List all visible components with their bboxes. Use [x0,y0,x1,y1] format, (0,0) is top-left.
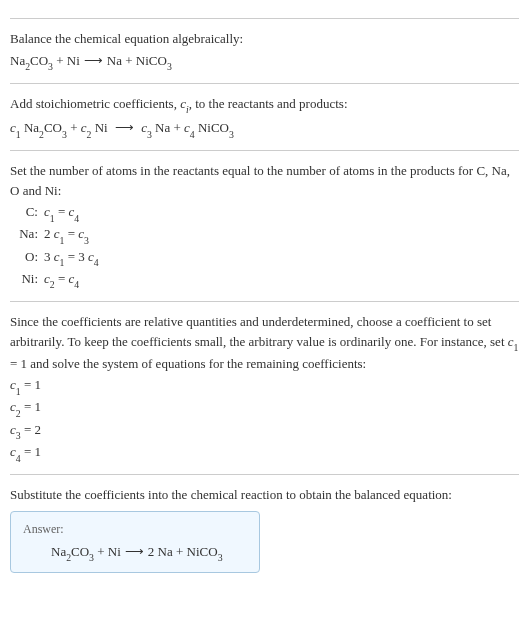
answer-equation: Na2CO3 + Ni⟶2 Na + NiCO3 [23,542,247,564]
answer-box: Answer: Na2CO3 + Ni⟶2 Na + NiCO3 [10,511,260,573]
section-solve: Since the coefficients are relative quan… [10,301,519,464]
coeff-c4: c4 = 1 [10,442,519,464]
atoms-title: Set the number of atoms in the reactants… [10,161,519,200]
coeff-c3: c3 = 2 [10,420,519,442]
stoich-title: Add stoichiometric coefficients, ci, to … [10,94,519,116]
atoms-table: C: c1 = c4 Na: 2 c1 = c3 O: 3 c1 = 3 c4 … [16,202,519,291]
section-answer: Substitute the coefficients into the che… [10,474,519,573]
coeff-c2: c2 = 1 [10,397,519,419]
answer-title: Substitute the coefficients into the che… [10,485,519,505]
section-problem: Balance the chemical equation algebraica… [10,18,519,73]
coeff-c1: c1 = 1 [10,375,519,397]
atom-row-o: O: 3 c1 = 3 c4 [16,247,519,269]
stoich-equation: c1 Na2CO3 + c2 Ni ⟶ c3 Na + c4 NiCO3 [10,118,519,140]
section-stoichiometric: Add stoichiometric coefficients, ci, to … [10,83,519,140]
atom-row-c: C: c1 = c4 [16,202,519,224]
problem-title: Balance the chemical equation algebraica… [10,29,519,49]
coeff-list: c1 = 1 c2 = 1 c3 = 2 c4 = 1 [10,375,519,464]
solve-title: Since the coefficients are relative quan… [10,312,519,373]
answer-label: Answer: [23,520,247,538]
atom-row-ni: Ni: c2 = c4 [16,269,519,291]
section-atoms: Set the number of atoms in the reactants… [10,150,519,291]
atom-row-na: Na: 2 c1 = c3 [16,224,519,246]
problem-equation: Na2CO3 + Ni⟶Na + NiCO3 [10,51,519,73]
